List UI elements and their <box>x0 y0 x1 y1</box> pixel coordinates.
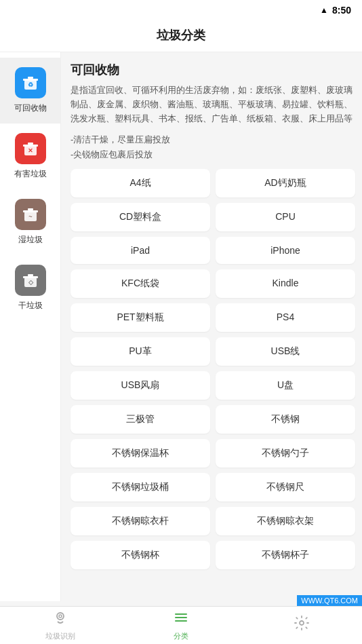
svg-rect-10 <box>28 208 33 210</box>
grid-item[interactable]: CPU <box>216 203 355 231</box>
grid-item[interactable]: PU革 <box>71 337 210 366</box>
nav-label-scan: 垃圾识别 <box>45 631 75 641</box>
header: 垃圾分类 <box>0 20 362 52</box>
grid-item[interactable]: 不锈钢垃圾桶 <box>71 473 210 501</box>
grid-item[interactable]: 不锈钢尺 <box>216 473 355 501</box>
status-time: 8:50 <box>332 5 351 16</box>
svg-point-16 <box>57 613 64 620</box>
sidebar-label-hazardous: 有害垃圾 <box>14 168 47 180</box>
svg-rect-6 <box>28 143 33 145</box>
main-area: ♻ 可回收物 ✕ 有害垃圾 ~ <box>0 52 362 601</box>
grid-item[interactable]: KFC纸袋 <box>71 269 210 298</box>
content-description: 是指适宜回收、可循环利用的生活废弃物，如：废纸张、废塑料、废玻璃制品、废金属、废… <box>71 83 355 126</box>
sidebar-label-wet: 湿垃圾 <box>18 234 43 246</box>
svg-text:◇: ◇ <box>27 279 33 286</box>
svg-rect-2 <box>28 77 33 79</box>
items-grid: A4纸AD钙奶瓶CD塑料盒CPUiPadiPhoneKFC纸袋KindlePET… <box>71 169 355 569</box>
nav-item-settings[interactable] <box>241 615 362 637</box>
svg-rect-9 <box>23 210 38 212</box>
svg-rect-1 <box>23 79 38 81</box>
grid-item[interactable]: 不锈钢保温杯 <box>71 439 210 468</box>
grid-item[interactable]: USB线 <box>216 337 355 366</box>
svg-text:✕: ✕ <box>28 147 33 154</box>
grid-item[interactable]: PS4 <box>216 303 355 332</box>
grid-item[interactable]: U盘 <box>216 371 355 400</box>
grid-item[interactable]: 不锈钢 <box>216 405 355 434</box>
bottom-nav: 垃圾识别 分类 <box>0 606 362 644</box>
svg-point-21 <box>300 621 304 625</box>
grid-item[interactable]: A4纸 <box>71 169 210 197</box>
grid-item[interactable]: 不锈钢勺子 <box>216 439 355 468</box>
content-note2: -尖锐物应包裹后投放 <box>71 149 355 161</box>
svg-rect-14 <box>28 274 33 276</box>
grid-item[interactable]: 三极管 <box>71 405 210 434</box>
grid-item[interactable]: iPad <box>71 237 210 264</box>
wifi-icon: ▲ <box>320 5 328 15</box>
content-area: 可回收物 是指适宜回收、可循环利用的生活废弃物，如：废纸张、废塑料、废玻璃制品、… <box>61 52 362 601</box>
recyclable-icon: ♻ <box>15 67 46 98</box>
nav-label-classify: 分类 <box>174 631 188 641</box>
page-title: 垃圾分类 <box>157 29 205 42</box>
settings-icon <box>294 615 310 635</box>
sidebar-label-recyclable: 可回收物 <box>14 102 47 114</box>
sidebar-item-wet[interactable]: ~ 湿垃圾 <box>0 189 60 255</box>
status-bar: ▲ 8:50 <box>0 0 362 20</box>
sidebar-item-dry[interactable]: ◇ 干垃圾 <box>0 255 60 321</box>
nav-item-classify[interactable]: 分类 <box>121 609 241 641</box>
grid-item[interactable]: CD塑料盒 <box>71 203 210 231</box>
sidebar-item-hazardous[interactable]: ✕ 有害垃圾 <box>0 124 60 189</box>
svg-rect-13 <box>23 276 38 278</box>
grid-item[interactable]: 不锈钢晾衣架 <box>216 507 355 535</box>
grid-item[interactable]: PET塑料瓶 <box>71 303 210 332</box>
watermark: WWW.QT6.COM <box>297 595 362 606</box>
dry-icon: ◇ <box>15 265 46 296</box>
scan-icon <box>52 609 68 630</box>
grid-item[interactable]: Kindle <box>216 269 355 298</box>
sidebar: ♻ 可回收物 ✕ 有害垃圾 ~ <box>0 52 61 601</box>
content-title: 可回收物 <box>71 62 355 78</box>
nav-item-scan[interactable]: 垃圾识别 <box>0 609 121 641</box>
classify-icon <box>173 609 189 630</box>
grid-item[interactable]: iPhone <box>216 237 355 264</box>
svg-rect-5 <box>23 145 38 147</box>
grid-item[interactable]: 不锈钢杯 <box>71 541 210 569</box>
svg-point-17 <box>59 615 62 618</box>
sidebar-item-recyclable[interactable]: ♻ 可回收物 <box>0 58 60 124</box>
content-note1: -清洁干燥，尽量压扁投放 <box>71 134 355 146</box>
svg-text:~: ~ <box>28 213 32 220</box>
grid-item[interactable]: 不锈钢杯子 <box>216 541 355 569</box>
grid-item[interactable]: 不锈钢晾衣杆 <box>71 507 210 535</box>
sidebar-label-dry: 干垃圾 <box>18 300 43 311</box>
wet-icon: ~ <box>15 199 46 230</box>
grid-item[interactable]: USB风扇 <box>71 371 210 400</box>
hazardous-icon: ✕ <box>15 133 46 164</box>
grid-item[interactable]: AD钙奶瓶 <box>216 169 355 197</box>
svg-text:♻: ♻ <box>28 81 33 88</box>
